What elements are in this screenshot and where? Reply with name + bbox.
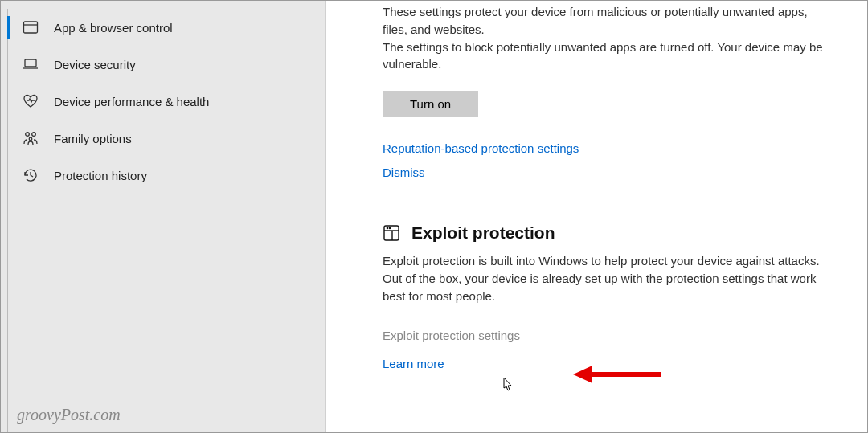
watermark: groovyPost.com [17,406,121,424]
exploit-protection-header: Exploit protection [383,223,835,243]
sidebar-item-label: Protection history [54,169,147,182]
svg-point-3 [26,133,30,137]
reputation-settings-link[interactable]: Reputation-based protection settings [383,141,835,155]
exploit-settings-link[interactable]: Exploit protection settings [383,329,835,342]
svg-rect-6 [384,226,399,240]
laptop-icon [23,56,39,72]
svg-point-10 [389,227,390,228]
sidebar-item-protection-history[interactable]: Protection history [8,157,326,194]
sidebar-item-device-performance[interactable]: Device performance & health [8,83,326,120]
sidebar: App & browser control Device security [1,1,326,432]
sidebar-item-device-security[interactable]: Device security [8,46,326,83]
learn-more-link[interactable]: Learn more [383,357,835,370]
sidebar-item-label: Family options [54,132,132,145]
dismiss-link[interactable]: Dismiss [383,165,835,179]
svg-point-4 [32,133,36,137]
sidebar-item-label: Device security [54,58,136,71]
exploit-protection-desc: Exploit protection is built into Windows… [383,252,835,304]
exploit-icon [383,224,400,242]
sidebar-item-label: App & browser control [54,21,173,35]
reputation-desc2: The settings to block potentially unwant… [383,39,835,74]
main-content: These settings protect your device from … [326,1,867,432]
svg-rect-0 [24,22,38,33]
turn-on-button[interactable]: Turn on [383,91,478,117]
svg-point-5 [29,137,32,141]
heart-icon [23,93,39,109]
sidebar-item-app-browser-control[interactable]: App & browser control [8,9,326,46]
family-icon [23,130,39,146]
exploit-protection-title: Exploit protection [411,223,555,243]
history-icon [23,167,39,183]
window-icon [23,19,39,35]
reputation-desc1: These settings protect your device from … [383,3,835,39]
svg-rect-2 [25,59,36,67]
sidebar-item-label: Device performance & health [54,95,209,108]
svg-point-9 [387,227,387,228]
sidebar-item-family-options[interactable]: Family options [8,120,326,157]
